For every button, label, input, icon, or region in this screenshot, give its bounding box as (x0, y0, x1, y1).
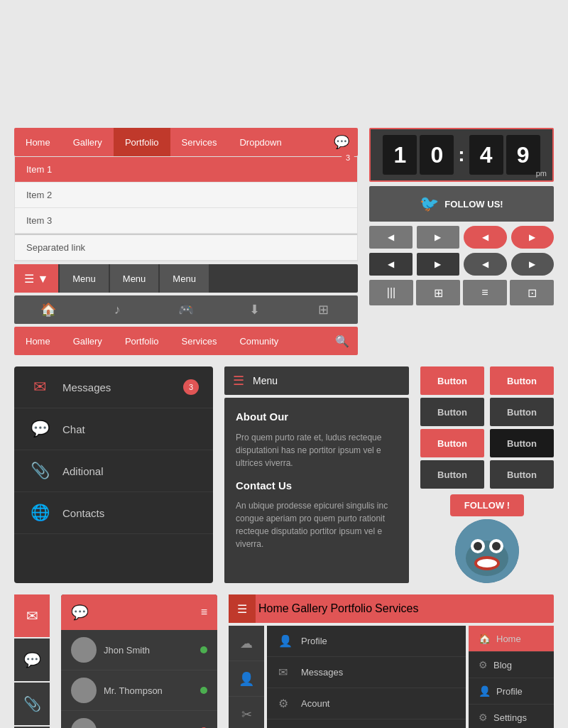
media-controls-row2: ◀ ▶ ◀ ▶ (369, 253, 554, 276)
profile-right-profile-label: Profile (496, 686, 523, 697)
clock-digit-3: 4 (469, 135, 503, 175)
btn-3-1[interactable]: Button (420, 429, 484, 457)
follow-button[interactable]: FOLLOW ! (450, 494, 524, 516)
svg-point-7 (477, 559, 497, 567)
profile-nav-portfolio[interactable]: Portfolio (330, 602, 372, 615)
small-sidebar: ✉ 💬 📎 🌐 (14, 594, 50, 728)
view-btn-4[interactable]: ⊡ (510, 280, 554, 305)
icon-extra[interactable]: ⊞ (289, 302, 358, 317)
profile-right-home[interactable]: 🏠 Home (469, 626, 554, 652)
view-btn-1[interactable]: ||| (369, 280, 413, 305)
btn-1-1[interactable]: Button (420, 366, 484, 395)
media-prev-4[interactable]: ◀ (464, 253, 507, 276)
dropdown-item-2[interactable]: Item 2 (15, 183, 357, 208)
profile-right-profile[interactable]: 👤 Profile (469, 678, 554, 705)
nav-home[interactable]: Home (14, 128, 62, 156)
btn-3-2[interactable]: Button (490, 429, 554, 457)
search-icon[interactable]: 🔍 (327, 335, 358, 348)
content-menu-label: Menu (253, 375, 278, 386)
sidebar-messages[interactable]: ✉ Messages 3 (14, 366, 213, 408)
media-next-2[interactable]: ▶ (511, 226, 555, 249)
small-sidebar-clip[interactable]: 📎 (14, 683, 50, 725)
contacts-label: Contacts (62, 507, 104, 519)
nav2-gallery[interactable]: Gallery (62, 327, 114, 355)
profile-right-col: 🏠 Home ⚙ Blog 👤 Profile ⚙ Settings (469, 626, 554, 728)
nav-portfolio[interactable]: Portfolio (114, 128, 170, 156)
profile-menu-signout[interactable]: ⊖ Sign Out (267, 719, 466, 728)
nav2-services[interactable]: Services (170, 327, 229, 355)
profile-menu-col: 👤 Profile ✉ Messages ⚙ Acount ⊖ Sign Out (267, 626, 466, 728)
profile-icons-col: ☁ 👤 ✂ ⭐ ⚙ ⊖ (229, 626, 264, 728)
profile-icon-cloud[interactable]: ☁ (229, 626, 264, 661)
small-sidebar-chat[interactable]: 💬 (14, 639, 50, 681)
profile-icon-user[interactable]: 👤 (229, 661, 264, 697)
svg-point-4 (474, 542, 482, 550)
btn-2-2[interactable]: Button (490, 398, 554, 426)
sidebar-chat[interactable]: 💬 Chat (14, 408, 213, 450)
nav2-comunity[interactable]: Comunity (228, 327, 290, 355)
profile-nav-gallery[interactable]: Gallery (292, 602, 328, 615)
clock-widget: 1 0 : 4 9 pm (369, 128, 554, 182)
nav2-home[interactable]: Home (14, 327, 62, 355)
btn-4-2[interactable]: Button (490, 460, 554, 489)
mobile-menu-3[interactable]: Menu (160, 264, 209, 293)
profile-menu-messages-label: Messages (301, 667, 343, 678)
icon-home[interactable]: 🏠 (14, 302, 83, 317)
profile-menu-account[interactable]: ⚙ Acount (267, 688, 466, 719)
icon-download[interactable]: ⬇ (220, 302, 289, 317)
media-prev-3[interactable]: ◀ (369, 253, 413, 276)
view-btn-2[interactable]: ⊞ (416, 280, 460, 305)
nav2-portfolio[interactable]: Portfolio (114, 327, 170, 355)
btn-1-2[interactable]: Button (490, 366, 554, 395)
twitter-follow-widget[interactable]: 🐦 FOLLOW US! (369, 186, 554, 222)
chat-item-1[interactable]: Jhon Smith (61, 630, 217, 670)
sidebar-contacts[interactable]: 🌐 Contacts (14, 492, 213, 534)
profile-icon-scissors[interactable]: ✂ (229, 697, 264, 728)
media-next-1[interactable]: ▶ (417, 226, 460, 249)
content-hamburger[interactable]: ☰ (233, 373, 244, 389)
media-prev-2[interactable]: ◀ (464, 226, 507, 249)
media-prev-1[interactable]: ◀ (369, 226, 413, 249)
mobile-menu-2[interactable]: Menu (110, 264, 159, 293)
sidebar-additional[interactable]: 📎 Aditional (14, 450, 213, 492)
additional-icon: 📎 (28, 462, 51, 480)
chat-sidebar-icon: 💬 (28, 420, 51, 438)
media-next-3[interactable]: ▶ (417, 253, 460, 276)
profile-nav-hamburger[interactable]: ☰ (229, 594, 256, 623)
small-sidebar-messages[interactable]: ✉ (14, 594, 50, 637)
profile-right-blog-icon: ⚙ (479, 659, 488, 670)
chat-list-menu-icon[interactable]: ≡ (201, 606, 207, 619)
chat-icon[interactable]: 💬 (325, 134, 358, 150)
content-area: ☰ Menu About Our Pro quem purto rate et,… (224, 366, 409, 583)
chat-name-1: Jhon Smith (104, 645, 193, 656)
clock-digit-2: 0 (420, 135, 454, 175)
chat-item-3[interactable]: Kate Lane (61, 711, 217, 728)
nav-gallery[interactable]: Gallery (62, 128, 114, 156)
media-controls-row1: ◀ ▶ ◀ ▶ (369, 226, 554, 249)
icon-music[interactable]: ♪ (83, 303, 152, 317)
icon-game[interactable]: 🎮 (152, 302, 221, 317)
dropdown-item-3[interactable]: Item 3 (15, 208, 357, 234)
main-nav-bar: Home Gallery Portfolio Services Dropdown… (14, 128, 358, 156)
profile-menu-profile[interactable]: 👤 Profile (267, 626, 466, 657)
btn-2-1[interactable]: Button (420, 398, 484, 426)
dark-sidebar: ✉ Messages 3 💬 Chat 📎 Aditional 🌐 Contac… (14, 366, 213, 583)
hamburger-icon[interactable]: ☰ ▼ (14, 264, 58, 293)
dropdown-item-1[interactable]: Item 1 (15, 157, 357, 183)
profile-dropdown: ☁ 👤 ✂ ⭐ ⚙ ⊖ 👤 Profile ✉ Messages (229, 626, 554, 728)
nav-dropdown[interactable]: Dropdown (228, 128, 293, 156)
profile-nav-services[interactable]: Services (375, 602, 418, 615)
profile-right-blog[interactable]: ⚙ Blog (469, 652, 554, 678)
btn-4-1[interactable]: Button (420, 460, 484, 489)
mobile-menu-1[interactable]: Menu (60, 264, 109, 293)
nav-services-1[interactable]: Services (170, 128, 229, 156)
profile-right-settings[interactable]: ⚙ Settings (469, 705, 554, 728)
profile-menu-messages[interactable]: ✉ Messages (267, 657, 466, 688)
media-next-4[interactable]: ▶ (511, 253, 555, 276)
dropdown-item-separated[interactable]: Separated link (15, 234, 357, 261)
follow-widget: FOLLOW ! (420, 494, 554, 583)
status-dot-1 (200, 646, 207, 653)
profile-nav-home[interactable]: Home (258, 602, 289, 615)
view-btn-3[interactable]: ≡ (463, 280, 507, 305)
chat-item-2[interactable]: Mr. Thompson (61, 670, 217, 711)
